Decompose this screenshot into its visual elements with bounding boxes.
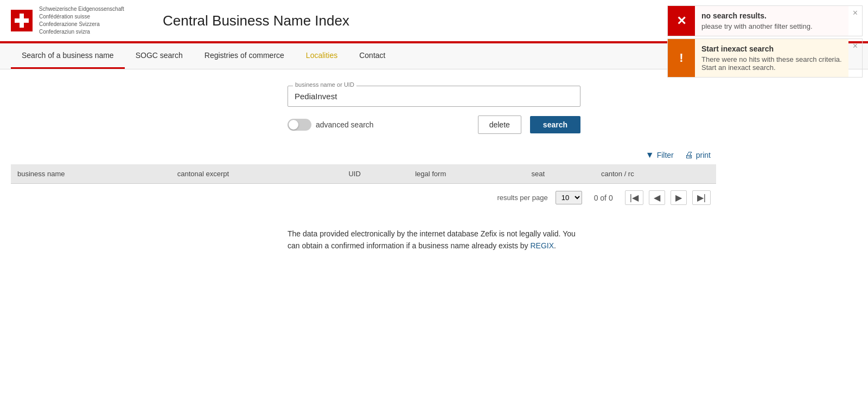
warning-message: There were no hits with these search cri… xyxy=(701,55,842,72)
filter-button[interactable]: ▼ Filter xyxy=(646,150,674,160)
error-body: no search results. please try with anoth… xyxy=(695,6,848,36)
results-section: ▼ Filter 🖨 print business name cantonal … xyxy=(11,150,716,211)
per-page-select[interactable]: 10 25 50 xyxy=(556,191,582,204)
delete-button[interactable]: delete xyxy=(478,115,521,134)
col-canton-rc: canton / rc xyxy=(595,164,716,184)
last-page-button[interactable]: ▶| xyxy=(692,190,711,205)
next-page-button[interactable]: ▶ xyxy=(671,190,687,205)
filter-icon: ▼ xyxy=(646,150,654,160)
results-table: business name cantonal excerpt UID legal… xyxy=(11,164,716,184)
swiss-logo-icon xyxy=(11,10,33,31)
filter-label: Filter xyxy=(657,151,674,159)
advanced-search-label: advanced search xyxy=(316,120,374,129)
search-area: business name or UID advanced search del… xyxy=(11,86,857,134)
page-info: 0 of 0 xyxy=(594,194,613,202)
main-content: business name or UID advanced search del… xyxy=(0,69,868,279)
logo-text: Schweizerische Eidgenossenschaft Confédé… xyxy=(39,5,124,36)
site-title: Central Business Name Index xyxy=(163,12,349,29)
footer-note: The data provided electronically by the … xyxy=(288,228,580,252)
error-icon: ✕ xyxy=(668,6,695,36)
svg-rect-2 xyxy=(20,14,24,28)
nav-item-localities[interactable]: Localities xyxy=(295,43,348,69)
warning-close-button[interactable]: × xyxy=(848,39,862,53)
toggle-knob xyxy=(289,120,298,130)
warning-body: Start inexact search There were no hits … xyxy=(695,39,848,77)
error-message: please try with another filter setting. xyxy=(701,22,842,30)
search-input-label: business name or UID xyxy=(293,81,356,88)
error-title: no search results. xyxy=(701,11,842,20)
regix-link[interactable]: REGIX xyxy=(530,241,554,250)
search-controls: advanced search delete search xyxy=(288,115,580,134)
col-uid: UID xyxy=(342,164,409,184)
logo-area: Schweizerische Eidgenossenschaft Confédé… xyxy=(11,5,152,36)
search-input[interactable] xyxy=(288,86,580,107)
notifications-container: ✕ no search results. please try with ano… xyxy=(667,5,863,78)
col-cantonal-excerpt: cantonal excerpt xyxy=(171,164,342,184)
warning-icon: ! xyxy=(668,39,695,77)
col-legal-form: legal form xyxy=(409,164,525,184)
error-close-button[interactable]: × xyxy=(848,6,862,20)
first-page-button[interactable]: |◀ xyxy=(625,190,643,205)
print-label: print xyxy=(696,151,711,159)
print-button[interactable]: 🖨 print xyxy=(685,150,711,160)
search-input-wrap: business name or UID xyxy=(288,86,580,107)
footer-note-text2: . xyxy=(554,241,556,250)
results-per-page-label: results per page xyxy=(497,194,547,202)
results-toolbar: ▼ Filter 🖨 print xyxy=(11,150,716,160)
prev-page-button[interactable]: ◀ xyxy=(649,190,665,205)
table-header-row: business name cantonal excerpt UID legal… xyxy=(11,164,716,184)
col-seat: seat xyxy=(525,164,595,184)
search-button[interactable]: search xyxy=(530,116,580,133)
results-table-head: business name cantonal excerpt UID legal… xyxy=(11,164,716,184)
warning-title: Start inexact search xyxy=(701,44,842,53)
pagination-row: results per page 10 25 50 0 of 0 |◀ ◀ ▶ … xyxy=(11,184,716,211)
advanced-search-toggle[interactable] xyxy=(288,119,311,131)
nav-item-search-business[interactable]: Search of a business name xyxy=(11,43,125,69)
nav-item-sogc-search[interactable]: SOGC search xyxy=(125,43,194,69)
advanced-search-toggle-wrap: advanced search xyxy=(288,119,469,131)
nav-item-registries-commerce[interactable]: Registries of commerce xyxy=(194,43,295,69)
notification-error: ✕ no search results. please try with ano… xyxy=(667,5,863,36)
col-business-name: business name xyxy=(11,164,171,184)
nav-item-contact[interactable]: Contact xyxy=(348,43,396,69)
notification-warning: ! Start inexact search There were no hit… xyxy=(667,38,863,78)
print-icon: 🖨 xyxy=(685,150,693,160)
